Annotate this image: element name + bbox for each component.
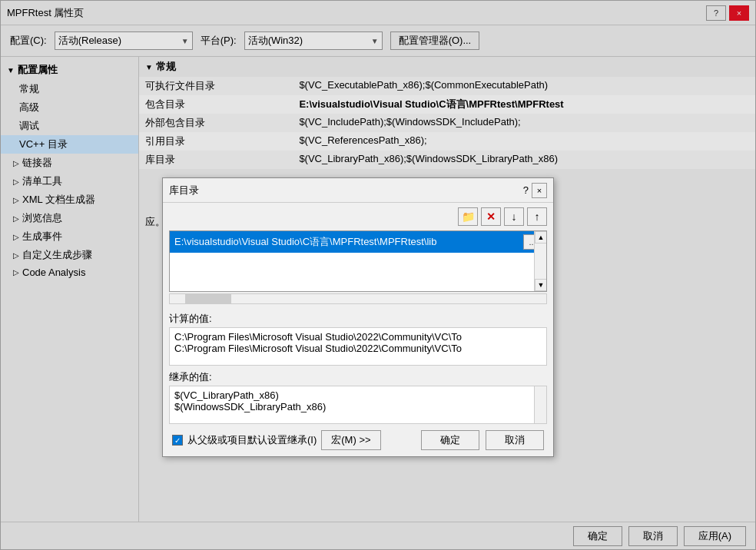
modal-overlay: 库目录 ? × 📁 ✕ ↓ ↑ — [1, 1, 755, 549]
lib-inherited-area: $(VC_LibraryPath_x86) $(WindowsSDK_Libra… — [169, 386, 547, 424]
toolbar-up-button[interactable]: ↑ — [527, 207, 547, 226]
toolbar-down-button[interactable]: ↓ — [504, 207, 524, 226]
computed-value-2: C:\Program Files\Microsoft Visual Studio… — [174, 343, 542, 354]
down-arrow-icon: ↓ — [512, 210, 517, 223]
lib-dialog-cancel-button[interactable]: 取消 — [486, 430, 544, 450]
lib-dialog-list-area: E:\visualstudio\Visual Studio\C语言\MPFRte… — [169, 230, 547, 292]
lib-vscrollbar[interactable]: ▲ ▼ — [534, 231, 546, 291]
delete-icon: ✕ — [486, 210, 496, 223]
computed-value-1: C:\Program Files\Microsoft Visual Studio… — [174, 331, 542, 343]
lib-list: E:\visualstudio\Visual Studio\C语言\MPFRte… — [170, 231, 546, 253]
lib-list-item-text: E:\visualstudio\Visual Studio\C语言\MPFRte… — [174, 235, 520, 249]
lib-hscrollbar[interactable] — [169, 293, 547, 304]
inherited-label: 继承的值: — [163, 366, 553, 386]
lib-dialog-footer: ✓ 从父级或项目默认设置继承(I) 宏(M) >> 确定 取消 — [163, 424, 553, 456]
lib-dialog-title-right: ? × — [523, 183, 547, 198]
inherited-value-2: $(WindowsSDK_LibraryPath_x86) — [174, 401, 542, 412]
lib-dialog: 库目录 ? × 📁 ✕ ↓ ↑ — [162, 177, 554, 457]
toolbar-delete-button[interactable]: ✕ — [481, 207, 501, 226]
scroll-up-button[interactable]: ▲ — [535, 231, 547, 244]
inherited-value-1: $(VC_LibraryPath_x86) — [174, 389, 542, 401]
lib-dialog-title-text: 库目录 — [169, 184, 199, 197]
up-arrow-icon: ↑ — [535, 210, 540, 223]
lib-dialog-toolbar: 📁 ✕ ↓ ↑ — [163, 203, 553, 230]
checkbox-check-icon: ✓ — [174, 436, 181, 445]
hscroll-thumb — [185, 294, 231, 303]
macro-button[interactable]: 宏(M) >> — [321, 430, 380, 450]
lib-list-item[interactable]: E:\visualstudio\Visual Studio\C语言\MPFRte… — [170, 231, 546, 253]
footer-left: ✓ 从父级或项目默认设置继承(I) 宏(M) >> — [172, 430, 381, 450]
inherit-label: 从父级或项目默认设置继承(I) — [187, 433, 317, 447]
footer-right: 确定 取消 — [421, 430, 544, 450]
lib-dialog-title-bar: 库目录 ? × — [163, 178, 553, 203]
lib-computed-area: C:\Program Files\Microsoft Visual Studio… — [169, 327, 547, 366]
computed-label: 计算的值: — [163, 307, 553, 327]
folder-icon: 📁 — [462, 210, 475, 223]
toolbar-folder-button[interactable]: 📁 — [458, 207, 478, 226]
scroll-down-button[interactable]: ▼ — [535, 279, 547, 291]
scroll-track — [535, 244, 546, 279]
inherited-vscrollbar[interactable] — [534, 386, 546, 423]
inherit-checkbox[interactable]: ✓ — [172, 435, 183, 446]
lib-dialog-ok-button[interactable]: 确定 — [421, 430, 479, 450]
dialog-help-label: ? — [523, 184, 529, 196]
lib-dialog-close-button[interactable]: × — [532, 183, 547, 198]
main-window: MPFRtest 属性页 ? × 配置(C): 活动(Release) ▼ 平台… — [0, 0, 756, 550]
